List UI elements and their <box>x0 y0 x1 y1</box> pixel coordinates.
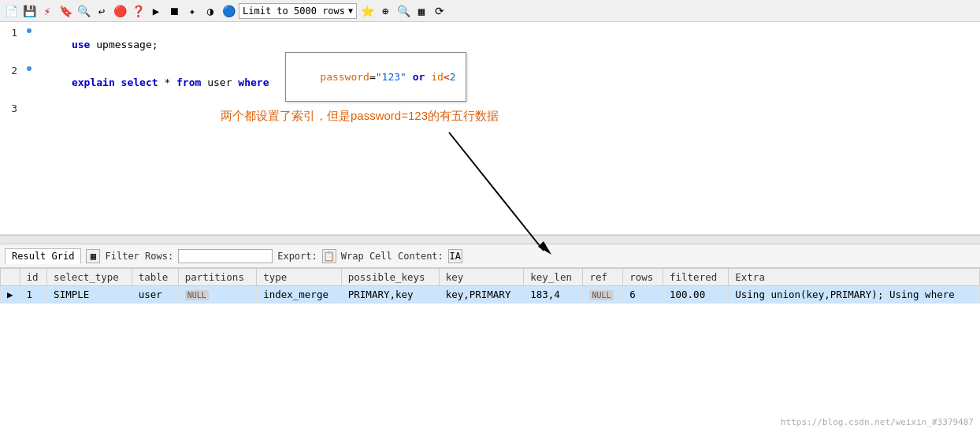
cell-table: user <box>132 286 178 304</box>
limit-rows-select[interactable]: Limit to 5000 rows ▼ <box>239 3 357 19</box>
line-number-2: 2 <box>0 64 24 76</box>
cell-type: index_merge <box>257 286 342 304</box>
col-id[interactable]: id <box>20 269 47 286</box>
limit-rows-arrow: ▼ <box>348 6 353 15</box>
filter-rows-label: Filter Rows: <box>105 251 173 262</box>
col-key[interactable]: key <box>439 269 524 286</box>
cell-select-type: SIMPLE <box>47 286 132 304</box>
col-indicator <box>1 269 20 286</box>
cell-key: key,PRIMARY <box>439 286 524 304</box>
line-number-1: 1 <box>0 26 24 39</box>
refresh-icon[interactable]: ⟳ <box>432 3 447 19</box>
col-key-len[interactable]: key_len <box>524 269 583 286</box>
run-icon[interactable]: ▶ <box>148 3 164 19</box>
line-dot-1 <box>24 26 35 33</box>
export-icon[interactable]: 📋 <box>322 249 336 263</box>
row-indicator: ▶ <box>1 286 20 304</box>
col-table[interactable]: table <box>132 269 178 286</box>
editor-line-2: 2 explain select * from user where <box>0 63 980 101</box>
bookmark-icon[interactable]: 🔖 <box>58 3 73 19</box>
new-file-icon[interactable]: 📄 <box>3 3 19 19</box>
result-panel: Result Grid ▦ Filter Rows: Export: 📋 Wra… <box>0 244 980 304</box>
cell-filtered: 100.00 <box>663 286 729 304</box>
col-partitions[interactable]: partitions <box>178 269 257 286</box>
undo-icon[interactable]: ↩ <box>94 3 110 19</box>
line-dot-2 <box>24 64 35 71</box>
line-dot-3 <box>24 102 35 104</box>
pause-icon[interactable]: ⏹ <box>166 3 182 19</box>
svg-line-0 <box>449 132 544 251</box>
col-type[interactable]: type <box>257 269 342 286</box>
result-grid-tab[interactable]: Result Grid <box>5 248 81 264</box>
col-select-type[interactable]: select_type <box>47 269 132 286</box>
result-table: id select_type table partitions type pos… <box>0 268 980 304</box>
stop-icon[interactable]: 🔴 <box>112 3 128 19</box>
col-ref[interactable]: ref <box>583 269 623 286</box>
cell-id: 1 <box>20 286 47 304</box>
sql-popup-box: password="123" or id<2 <box>285 52 466 102</box>
cell-partitions: NULL <box>178 286 257 304</box>
cell-key-len: 183,4 <box>524 286 583 304</box>
line-content-1[interactable]: use upmessage; <box>35 26 980 62</box>
line-content-2[interactable]: explain select * from user where <box>35 64 980 100</box>
watermark: https://blog.csdn.net/weixin_#3379487 <box>781 417 974 427</box>
grid-icon[interactable]: ▦ <box>414 3 429 19</box>
wrap-icon[interactable]: IA <box>448 249 462 263</box>
col-rows[interactable]: rows <box>623 269 663 286</box>
settings-icon[interactable]: ✦ <box>184 3 200 19</box>
line-number-3: 3 <box>0 102 24 114</box>
table-row[interactable]: ▶ 1 SIMPLE user NULL index_merge PRIMARY… <box>1 286 980 304</box>
editor-area: 1 use upmessage; 2 explain select * from… <box>0 22 980 235</box>
execute-icon[interactable]: ⚡ <box>39 3 55 19</box>
col-extra[interactable]: Extra <box>729 269 980 286</box>
limit-rows-label: Limit to 5000 rows <box>243 6 345 17</box>
col-possible-keys[interactable]: possible_keys <box>341 269 439 286</box>
cell-rows: 6 <box>623 286 663 304</box>
toolbar: 📄 💾 ⚡ 🔖 🔍 ↩ 🔴 ❓ ▶ ⏹ ✦ ◑ 🔵 Limit to 5000 … <box>0 0 980 22</box>
col-filtered[interactable]: filtered <box>663 269 729 286</box>
help-icon[interactable]: ❓ <box>130 3 146 19</box>
export-icon[interactable]: ◑ <box>202 3 218 19</box>
filter-icon[interactable]: ⊕ <box>377 3 393 19</box>
table-header-row: id select_type table partitions type pos… <box>1 269 980 286</box>
zoom-icon[interactable]: 🔍 <box>395 3 411 19</box>
annotation-text: 两个都设置了索引，但是password=123的有五行数据 <box>221 109 499 124</box>
cell-extra: Using union(key,PRIMARY); Using where <box>729 286 980 304</box>
horizontal-scrollbar[interactable] <box>0 235 980 244</box>
import-icon[interactable]: 🔵 <box>221 3 236 19</box>
search-icon[interactable]: 🔍 <box>76 3 91 19</box>
line-content-3[interactable] <box>35 102 980 102</box>
star-icon[interactable]: ⭐ <box>359 3 375 19</box>
result-toolbar: Result Grid ▦ Filter Rows: Export: 📋 Wra… <box>0 244 980 268</box>
export-label: Export: <box>277 251 317 262</box>
save-icon[interactable]: 💾 <box>21 3 37 19</box>
filter-rows-input[interactable] <box>178 249 273 263</box>
wrap-cell-label: Wrap Cell Content: <box>341 251 444 262</box>
cell-ref: NULL <box>583 286 623 304</box>
grid-view-icon[interactable]: ▦ <box>86 249 100 263</box>
cell-possible-keys: PRIMARY,key <box>341 286 439 304</box>
editor-line-1: 1 use upmessage; <box>0 25 980 63</box>
